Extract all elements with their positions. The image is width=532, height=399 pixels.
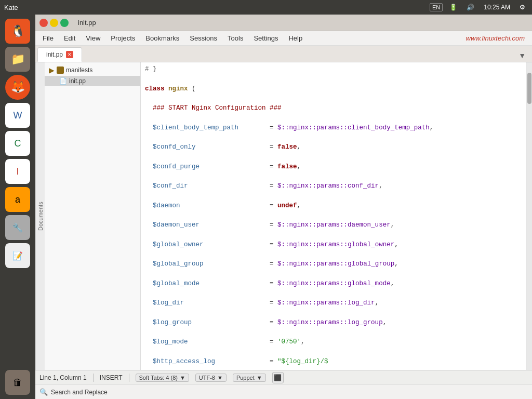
syntax-dropdown-arrow: ▼: [257, 375, 262, 381]
libreoffice-calc-icon[interactable]: C: [5, 131, 30, 156]
documents-label: Documents: [35, 62, 45, 370]
search-bar: 🔍 Search and Replace: [35, 384, 532, 399]
menu-sessions[interactable]: Sessions: [184, 32, 222, 44]
file-tree: ▶ manifests 📄 init.pp: [45, 62, 141, 370]
battery-icon: 🔋: [447, 3, 460, 12]
ubuntu-icon[interactable]: 🐧: [5, 19, 30, 44]
tab-label: init.pp: [46, 51, 63, 58]
window-titlebar: init.pp: [35, 15, 532, 31]
tabs-dropdown-arrow: ▼: [180, 375, 185, 381]
tabs-scroll-arrow[interactable]: ▼: [514, 49, 530, 62]
system-tools-icon[interactable]: 🔧: [5, 215, 30, 240]
amazon-icon[interactable]: a: [5, 187, 30, 212]
menubar: File Edit View Projects Bookmarks Sessio…: [35, 31, 532, 46]
folder-label: manifests: [66, 66, 92, 74]
menu-settings[interactable]: Settings: [248, 32, 283, 44]
tab-close-button[interactable]: ✕: [66, 51, 73, 58]
main-window: init.pp File Edit View Projects Bookmark…: [35, 15, 532, 399]
settings-icon[interactable]: ⚙: [517, 3, 528, 12]
tree-file-init-pp[interactable]: 📄 init.pp: [45, 76, 140, 86]
text-editor-icon[interactable]: 📝: [5, 243, 30, 268]
maximize-button[interactable]: [60, 19, 69, 27]
titlebar: Kate EN 🔋 🔊 10:25 AM ⚙: [0, 0, 532, 15]
libreoffice-impress-icon[interactable]: I: [5, 159, 30, 184]
code-editor[interactable]: # } class nginx ( ### START Nginx Config…: [141, 62, 526, 370]
folder-icon: ▶: [49, 66, 55, 74]
keyboard-indicator[interactable]: EN: [430, 3, 443, 11]
syntax-select[interactable]: Puppet ▼: [233, 374, 266, 382]
status-separator-2: [129, 374, 129, 382]
files-icon[interactable]: 📁: [5, 47, 30, 72]
edit-mode: INSERT: [100, 374, 123, 381]
menu-file[interactable]: File: [37, 32, 59, 44]
menu-tools[interactable]: Tools: [222, 32, 248, 44]
menu-edit[interactable]: Edit: [59, 32, 81, 44]
cursor-position: Line 1, Column 1: [39, 374, 87, 381]
close-button[interactable]: [39, 19, 48, 27]
file-label: init.pp: [69, 77, 86, 85]
search-icon: 🔍: [39, 388, 48, 396]
scrollbar-thumb[interactable]: [527, 73, 531, 104]
trash-icon[interactable]: 🗑: [5, 370, 30, 395]
folder-color-icon: [57, 66, 64, 74]
tabs-select[interactable]: Soft Tabs: 4 (8) ▼: [136, 374, 189, 382]
volume-icon: 🔊: [464, 3, 477, 12]
firefox-icon[interactable]: 🦊: [5, 75, 30, 100]
syntax-label: Puppet: [236, 375, 255, 381]
status-separator-1: [93, 374, 94, 382]
tree-folder-manifests[interactable]: ▶ manifests: [45, 64, 140, 76]
encoding-select[interactable]: UTF-8 ▼: [195, 374, 227, 382]
menu-help[interactable]: Help: [283, 32, 308, 44]
window-title: init.pp: [78, 19, 96, 26]
app-sidebar: 🐧 📁 🦊 W C I a 🔧 📝 🗑: [0, 15, 35, 399]
menu-view[interactable]: View: [81, 32, 105, 44]
clock: 10:25 AM: [481, 3, 513, 12]
system-tray: EN 🔋 🔊 10:25 AM ⚙: [430, 3, 528, 12]
status-icon-button[interactable]: ⬛: [272, 372, 284, 383]
window-controls: [39, 19, 69, 27]
encoding-dropdown-arrow: ▼: [217, 375, 223, 381]
menu-bookmarks[interactable]: Bookmarks: [140, 32, 184, 44]
tabs-bar: init.pp ✕ ▼: [35, 46, 532, 62]
status-bar: Line 1, Column 1 INSERT Soft Tabs: 4 (8)…: [35, 370, 532, 384]
tab-init-pp[interactable]: init.pp ✕: [37, 47, 82, 62]
editor-scrollbar[interactable]: [526, 62, 532, 370]
watermark: www.linuxtechi.com: [466, 34, 525, 42]
editor-area[interactable]: # } class nginx ( ### START Nginx Config…: [141, 62, 532, 370]
tabs-label: Soft Tabs: 4 (8): [139, 375, 178, 381]
encoding-label: UTF-8: [199, 375, 215, 381]
content-area: Documents ▶ manifests 📄 init.pp # } clas…: [35, 62, 532, 370]
app-title: Kate: [4, 4, 18, 11]
libreoffice-writer-icon[interactable]: W: [5, 103, 30, 128]
search-label[interactable]: Search and Replace: [51, 389, 108, 396]
menu-projects[interactable]: Projects: [105, 32, 140, 44]
minimize-button[interactable]: [50, 19, 58, 27]
file-icon: 📄: [59, 77, 67, 85]
